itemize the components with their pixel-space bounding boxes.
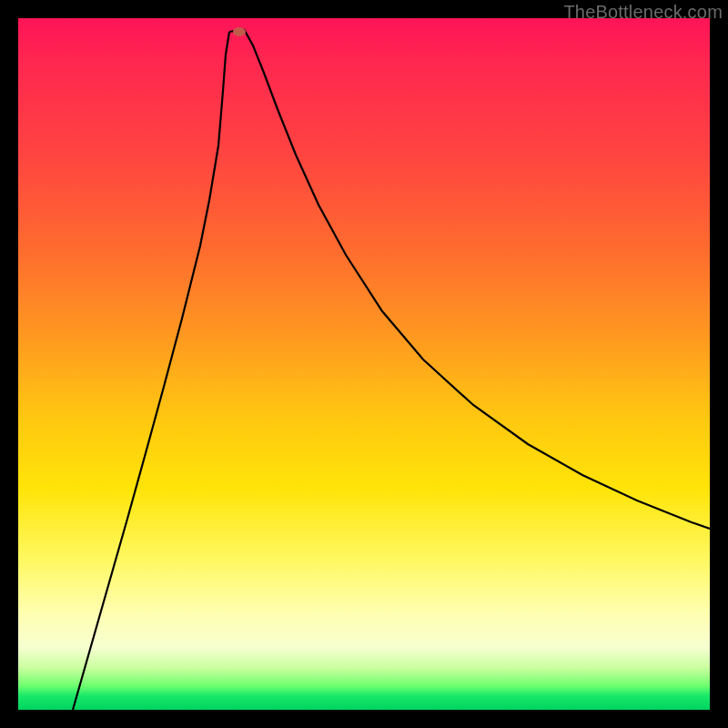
curve-left-branch bbox=[73, 32, 229, 710]
chart-frame bbox=[18, 18, 710, 710]
curve-right-branch bbox=[244, 29, 710, 529]
chart-svg bbox=[18, 18, 710, 710]
marker-dot bbox=[233, 27, 246, 36]
